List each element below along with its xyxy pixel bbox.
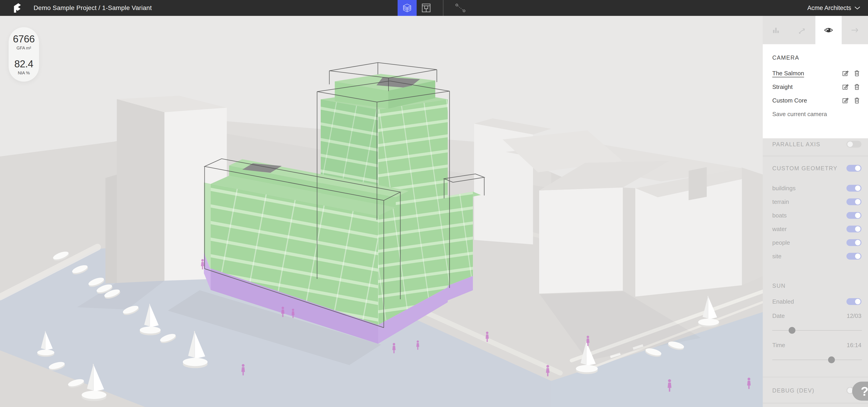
parallel-axis-label: PARALLEL AXIS	[772, 140, 820, 148]
trash-icon[interactable]	[854, 70, 860, 76]
measure-icon	[455, 3, 466, 12]
layer-toggle-water[interactable]	[846, 226, 861, 232]
help-button-label: ?	[861, 384, 868, 399]
edit-icon[interactable]	[842, 84, 849, 90]
layer-label-site: site	[772, 252, 781, 260]
plan-view-icon	[422, 3, 431, 13]
slider-track[interactable]	[772, 330, 862, 331]
camera-item-label[interactable]: Custom Core	[772, 97, 807, 104]
section-divider	[763, 403, 868, 403]
top-bar: Demo Sample Project / 1-Sample Variant	[0, 0, 868, 16]
slider-knob[interactable]	[788, 327, 796, 334]
view-mode-toolbar	[398, 0, 477, 16]
sun-time-label: Time	[772, 341, 785, 349]
sun-date-slider[interactable]	[772, 327, 862, 334]
arrow-right-icon	[850, 26, 859, 35]
sun-date-label: Date	[772, 312, 785, 320]
custom-geometry-toggle[interactable]	[846, 165, 861, 171]
tab-statistics[interactable]	[763, 16, 789, 44]
org-menu-label: Acme Architects	[807, 4, 851, 11]
org-menu[interactable]: Acme Architects	[807, 0, 860, 16]
camera-item-label[interactable]: The Salmon	[772, 70, 804, 76]
sun-time-slider[interactable]	[772, 356, 862, 363]
view-settings-dimmed	[763, 138, 868, 407]
parallel-axis-toggle[interactable]	[846, 141, 861, 148]
eye-icon	[824, 25, 833, 35]
trash-icon[interactable]	[854, 84, 860, 90]
kpi-gfa-label: GFA m²	[13, 45, 35, 51]
measure-tool-button[interactable]	[443, 0, 477, 16]
layer-label-boats: boats	[772, 212, 787, 219]
kpi-pill: 6766 GFA m² 82.4 NIA %	[9, 27, 39, 82]
massing-3d-view-button[interactable]	[398, 0, 417, 16]
panel-tabs	[763, 16, 868, 44]
camera-item-label[interactable]: Straight	[772, 84, 793, 90]
app-logo-icon[interactable]	[12, 2, 23, 13]
layer-toggle-site[interactable]	[846, 253, 861, 260]
layer-toggle-boats[interactable]	[846, 212, 861, 219]
tab-export[interactable]	[842, 16, 868, 44]
edit-icon[interactable]	[842, 70, 849, 76]
slider-knob[interactable]	[828, 356, 835, 363]
camera-header: CAMERA	[772, 54, 799, 61]
chevron-down-icon	[855, 6, 860, 10]
share-flow-icon	[798, 26, 807, 35]
layer-label-terrain: terrain	[772, 198, 789, 206]
trash-icon[interactable]	[854, 97, 860, 104]
camera-item-straight: Straight	[772, 83, 861, 91]
plan-2d-view-button[interactable]	[417, 0, 436, 16]
tab-view-settings[interactable]	[815, 16, 842, 44]
sun-date-value: 12/03	[847, 312, 861, 320]
layer-label-buildings: buildings	[772, 184, 796, 192]
bar-chart-icon	[772, 26, 780, 34]
kpi-nia-value: 82.4	[14, 58, 33, 70]
save-current-camera-button[interactable]: Save current camera	[772, 110, 827, 118]
kpi-nia-label: NIA %	[14, 70, 33, 75]
section-divider	[763, 377, 868, 377]
viewport-3d[interactable]	[0, 16, 763, 407]
layer-toggle-buildings[interactable]	[846, 185, 861, 192]
sun-enabled-toggle[interactable]	[846, 298, 861, 305]
camera-item-custom-core: Custom Core	[772, 97, 861, 104]
camera-section: CAMERA The Salmon Straight Custom Core	[763, 44, 868, 138]
kpi-nia: 82.4 NIA %	[14, 58, 33, 75]
layer-toggle-terrain[interactable]	[846, 198, 861, 205]
custom-geometry-label: CUSTOM GEOMETRY	[772, 164, 837, 172]
edit-icon[interactable]	[842, 97, 849, 104]
debug-label: DEBUG (DEV)	[772, 386, 814, 394]
kpi-gfa-value: 6766	[13, 33, 35, 45]
cube-layers-icon	[402, 3, 412, 13]
layer-toggle-people[interactable]	[846, 239, 861, 246]
slider-track[interactable]	[772, 359, 862, 360]
app-window: 6766 GFA m² 82.4 NIA % Demo Sample Proje…	[0, 0, 868, 407]
layer-label-water: water	[772, 225, 787, 233]
tab-connections[interactable]	[789, 16, 815, 44]
breadcrumb: Demo Sample Project / 1-Sample Variant	[34, 0, 152, 16]
right-panel: CAMERA The Salmon Straight Custom Core	[763, 16, 868, 407]
section-divider	[763, 156, 868, 156]
viewport-3d-scene[interactable]	[0, 16, 763, 407]
sun-time-value: 16:14	[847, 341, 861, 349]
kpi-gfa: 6766 GFA m²	[13, 33, 35, 51]
sun-header: SUN	[772, 282, 786, 289]
layer-label-people: people	[772, 239, 790, 247]
camera-item-the-salmon: The Salmon	[772, 69, 861, 77]
sun-enabled-label: Enabled	[772, 298, 794, 306]
